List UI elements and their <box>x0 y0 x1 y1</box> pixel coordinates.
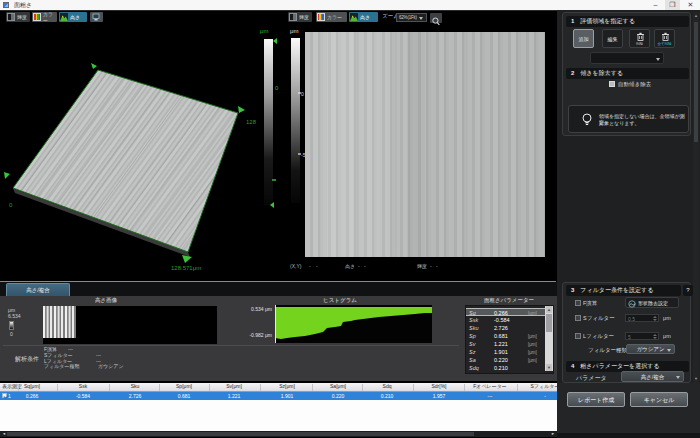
scroll-up-icon[interactable]: ▲ <box>546 306 552 313</box>
column-divider <box>57 384 58 391</box>
column-header[interactable]: Sdr[%] <box>427 384 451 389</box>
axis-y-value: 128 <box>246 119 257 125</box>
scrollbar-thumb[interactable] <box>694 22 698 142</box>
status-height-v1: - <box>358 264 360 269</box>
close-button[interactable]: ✕ <box>683 0 698 10</box>
scroll-down-icon[interactable]: ▼ <box>546 364 552 371</box>
region-edit-button[interactable]: 編集 <box>602 29 623 48</box>
column-divider <box>464 384 465 391</box>
parameter-row[interactable]: Sv 1.221 [μm] <box>466 340 545 348</box>
results-table-header: 表示測定 Sq[μm] Ssk Sku Sp[μm] Sv[μm] Sz[μm]… <box>0 383 557 392</box>
l-filter-input[interactable]: 5 <box>625 332 659 340</box>
region-add-button[interactable]: 追加 <box>573 29 594 48</box>
footer-bottom-strip <box>557 433 700 438</box>
histogram-chart <box>275 305 432 343</box>
parameters-table[interactable]: Sq 0.266 [μm] Ssk -0.584 Sku 2.726 Sp 0.… <box>465 305 554 374</box>
region-delete-all-button[interactable]: 全て削除 <box>654 29 675 48</box>
magnifier-button[interactable] <box>430 13 442 24</box>
scroll-right-icon[interactable]: ► <box>551 431 555 437</box>
color-label: カラー <box>325 14 344 20</box>
height-image-2d <box>305 32 545 257</box>
parameter-row[interactable]: Sa 0.220 [μm] <box>466 356 545 364</box>
region-list-select[interactable] <box>590 52 664 64</box>
analysis-tab-bar <box>0 282 557 296</box>
view-color-button-2d[interactable]: カラー <box>316 12 347 22</box>
column-header[interactable]: Sdq <box>377 384 397 389</box>
status-brightness-v2: - <box>436 264 438 269</box>
maximize-button[interactable]: ❐ <box>665 0 680 10</box>
zoom-select[interactable]: 62%(1Fit) <box>396 13 427 23</box>
column-header[interactable]: Sq[μm] <box>20 384 44 389</box>
column-header-select[interactable]: 表示測定 <box>2 384 22 389</box>
parameter-row[interactable]: Sz 1.901 [μm] <box>466 348 545 356</box>
column-divider <box>159 384 160 391</box>
f-operation-checkbox[interactable] <box>575 300 581 306</box>
histogram-title: ヒストグラム <box>316 298 364 304</box>
view-color-button-3d[interactable]: カラー <box>32 12 57 22</box>
view-height-button-3d[interactable]: 高さ <box>59 12 87 22</box>
footer-area <box>557 383 700 433</box>
tip-text-line2: 対象となります。 <box>599 120 640 126</box>
parameter-row[interactable]: Ssk -0.584 <box>466 316 545 324</box>
scroll-down-icon[interactable]: ▼ <box>693 376 699 381</box>
l-filter-checkbox[interactable] <box>575 333 581 339</box>
s-filter-checkbox[interactable] <box>575 315 581 321</box>
s-filter-input[interactable]: 0.5 <box>625 314 659 322</box>
hscrollbar-thumb[interactable] <box>7 432 474 436</box>
column-divider <box>18 384 19 391</box>
auto-tilt-label: 自動傾き除去 <box>618 81 651 88</box>
create-report-button[interactable]: レポート作成 <box>567 392 625 407</box>
scroll-up-icon[interactable]: ▲ <box>693 13 699 18</box>
shape-removal-button[interactable]: 形状除去設定 <box>625 297 679 308</box>
column-header[interactable]: Fオペレーター <box>470 384 510 389</box>
axis-y-arrow <box>4 172 10 179</box>
view-brightness-button-2d[interactable]: 輝度 <box>288 12 312 22</box>
spinner-icon[interactable] <box>653 316 657 321</box>
column-header[interactable]: Sp[μm] <box>172 384 196 389</box>
column-header[interactable]: Sa[μm] <box>326 384 350 389</box>
axis-x-value: 128.571μm <box>171 265 201 271</box>
parameter-category-select[interactable]: 高さ/複合 <box>621 371 684 382</box>
parameter-row[interactable]: Sku 2.726 <box>466 324 545 332</box>
column-header[interactable]: Sz[μm] <box>275 384 299 389</box>
help-button[interactable]: ? <box>683 285 693 296</box>
2d-height-image-view[interactable]: μm 0 -5 <box>287 25 553 261</box>
view-options-button[interactable] <box>90 12 103 22</box>
parameters-scrollbar[interactable]: ▲ ▼ <box>545 306 553 371</box>
3d-surface-view[interactable]: 128 0 128.571μm μm 0 <box>0 22 286 281</box>
view-height-button-2d[interactable]: 高さ <box>349 12 378 22</box>
step1-header: 1評価領域を指定する <box>566 16 689 27</box>
parameter-row[interactable]: Sp 0.681 [μm] <box>466 332 545 340</box>
column-divider <box>209 384 210 391</box>
cancel-button[interactable]: キャンセル <box>630 392 688 407</box>
column-header[interactable]: Ssk <box>71 384 95 389</box>
view-brightness-button-3d[interactable]: 輝度 <box>6 12 30 22</box>
status-xy-label: (X,Y) <box>290 264 301 269</box>
region-delete-button[interactable]: 削除 <box>629 29 650 48</box>
parameter-row-selected[interactable]: Sq 0.266 [μm] <box>466 308 545 316</box>
app-icon <box>3 2 9 8</box>
results-table-row-selected[interactable]: 1 0.266 -0.584 2.726 0.681 1.221 1.901 0… <box>0 392 557 400</box>
filter-type-select[interactable]: ガウシアン <box>626 344 675 354</box>
row-value: 1.901 <box>275 394 299 399</box>
view-options-icon <box>92 13 100 21</box>
scrollbar-thumb[interactable] <box>546 314 552 332</box>
minimize-button[interactable]: – <box>648 0 663 10</box>
tab-height-hybrid[interactable]: 高さ/複合 <box>6 283 70 296</box>
workflow-panel: 1評価領域を指定する 追加 編集 削除 <box>557 10 700 438</box>
parameter-row[interactable]: Sdq 0.210 <box>466 364 545 372</box>
status-height-v2: - <box>364 264 366 269</box>
results-hscrollbar[interactable]: ◄ ► <box>0 431 557 437</box>
row-checkbox[interactable] <box>2 393 7 398</box>
filter-type-label: フィルター種類 <box>588 347 627 354</box>
scroll-left-icon[interactable]: ◄ <box>2 431 6 437</box>
column-header[interactable]: Sku <box>123 384 147 389</box>
spinner-icon[interactable] <box>653 334 657 339</box>
row-value: 1.957 <box>427 394 451 399</box>
auto-tilt-checkbox[interactable] <box>609 81 615 87</box>
status-xy-v1: - <box>309 264 311 269</box>
axis-x-arrow <box>182 255 192 263</box>
column-header[interactable]: Sv[μm] <box>222 384 246 389</box>
step2-header: 2傾きを除去する <box>566 68 689 79</box>
panel-scrollbar[interactable]: ▲ ▼ <box>693 12 699 383</box>
